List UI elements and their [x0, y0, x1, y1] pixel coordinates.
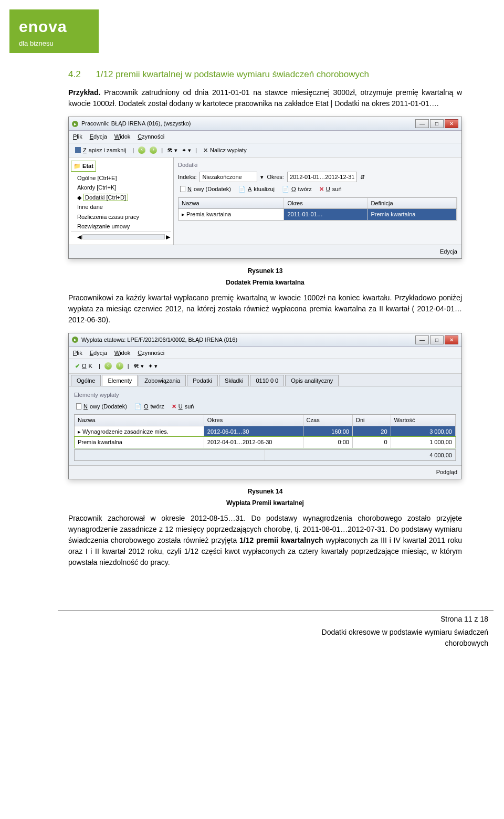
- tree-root-etat[interactable]: 📁 Etat: [71, 161, 96, 172]
- table-row[interactable]: ▸ Premia kwartalna 2011-01-01… Premia kw…: [178, 209, 457, 220]
- window-titlebar-2: ▸ Wypłata etatowa: LPE/F/2012/06/1/0002,…: [69, 333, 461, 347]
- aktualizuj-button[interactable]: 📄 Aktualizuj: [236, 184, 277, 194]
- tab-elementy[interactable]: Elementy: [102, 375, 138, 386]
- doc-icon: [180, 186, 185, 192]
- tree-item-inne[interactable]: Inne dane: [71, 202, 171, 212]
- heading-number: 4.2: [68, 69, 81, 79]
- nav-fwd-icon[interactable]: ›: [116, 362, 123, 370]
- elementy-table: Nazwa Okres Czas Dni Wartość ▸ Wynagrodz…: [74, 414, 456, 448]
- figure-13-caption: Rysunek 13: [68, 266, 462, 276]
- paragraph-1: Przykład. Pracownik zatrudniony od dnia …: [68, 87, 462, 109]
- maximize-button[interactable]: □: [430, 119, 444, 128]
- close-button[interactable]: ✕: [445, 335, 458, 344]
- page-footer: Strona 11 z 18 Dodatki okresowe w podsta…: [0, 614, 504, 659]
- indeks-select[interactable]: Niezakończone: [200, 172, 257, 183]
- tool-hammer-icon[interactable]: 🛠 ▾: [133, 362, 144, 371]
- heading-title: 1/12 premii kwartalnej w podstawie wymia…: [96, 69, 369, 79]
- col-czas[interactable]: Czas: [303, 415, 353, 426]
- app-icon: ▸: [72, 337, 78, 343]
- tree-item-rozwiazanie[interactable]: Rozwiązanie umowy: [71, 222, 171, 232]
- otworz-button[interactable]: 📄 Otwórz: [132, 402, 166, 412]
- nav-back-icon[interactable]: ‹: [138, 146, 145, 154]
- brand-name: enova: [19, 18, 67, 35]
- window-titlebar: ▸ Pracownik: BŁĄD IRENA (016), (wszystko…: [69, 117, 461, 131]
- window-wyplata: ▸ Wypłata etatowa: LPE/F/2012/06/1/0002,…: [68, 333, 462, 479]
- menubar-2: Plik Edycja Widok Czynności: [69, 347, 461, 360]
- tool-hammer-icon[interactable]: 🛠 ▾: [167, 146, 177, 155]
- nav-back-icon[interactable]: ‹: [104, 362, 112, 370]
- delete-icon: ✕: [172, 402, 176, 411]
- menu-plik[interactable]: Plik: [73, 132, 82, 141]
- menu-widok[interactable]: Widok: [114, 349, 131, 358]
- paragraph-1-text: Pracownik zatrudniony od dnia 2011-01-01…: [68, 88, 462, 108]
- usun-button[interactable]: ✕ Usuń: [170, 402, 196, 412]
- menu-czynnosci[interactable]: Czynności: [138, 349, 164, 358]
- window-title-2: Wypłata etatowa: LPE/F/2012/06/1/0002, B…: [81, 335, 237, 344]
- ok-button[interactable]: ✔ OK: [73, 361, 94, 371]
- tab-ogolne[interactable]: Ogólne: [71, 375, 101, 386]
- window-pracownik: ▸ Pracownik: BŁĄD IRENA (016), (wszystko…: [68, 117, 462, 259]
- tab-zobowiazania[interactable]: Zobowiązania: [139, 375, 186, 386]
- otworz-button[interactable]: 📄 Otwórz: [280, 184, 314, 194]
- disk-icon: [75, 147, 81, 153]
- tab-0110[interactable]: 0110 0 0: [250, 375, 284, 386]
- col-dni[interactable]: Dni: [353, 415, 391, 426]
- nalicz-button[interactable]: ✕ Nalicz wypłaty: [201, 145, 249, 155]
- brand-logo: enova dla biznesu: [9, 9, 99, 53]
- dodatki-table: Nazwa Okres Definicja ▸ Premia kwartalna…: [178, 197, 457, 220]
- nav-tree: 📁 Etat Ogólne [Ctrl+E] Akordy [Ctrl+K] ◆…: [69, 158, 174, 245]
- menu-widok[interactable]: Widok: [114, 132, 131, 141]
- usun-button[interactable]: ✕ Usuń: [317, 184, 344, 194]
- col-nazwa[interactable]: Nazwa: [75, 415, 204, 426]
- tool-star-icon[interactable]: ✦ ▾: [182, 146, 191, 155]
- menu-czynnosci[interactable]: Czynności: [138, 132, 164, 141]
- save-close-button[interactable]: Zapisz i zamknij: [73, 145, 128, 155]
- tool-star-icon[interactable]: ✦ ▾: [148, 362, 158, 371]
- figure-14-sub: Wypłata Premii kwartalnej: [68, 498, 462, 508]
- menu-edycja[interactable]: Edycja: [90, 132, 107, 141]
- app-icon: ▸: [72, 121, 78, 127]
- statusbar-2: Podgląd: [69, 465, 461, 479]
- figure-14-caption: Rysunek 14: [68, 487, 462, 496]
- total-value: 4 000,00: [265, 450, 456, 461]
- panel-label-dodatki: Dodatki: [178, 161, 457, 170]
- nowy-button[interactable]: Nowy (Dodatek): [74, 402, 129, 412]
- close-button[interactable]: ✕: [445, 119, 458, 128]
- menu-edycja[interactable]: Edycja: [90, 349, 107, 358]
- footer-divider: [58, 610, 494, 611]
- tree-item-rozliczenia[interactable]: Rozliczenia czasu pracy: [71, 212, 171, 222]
- col-nazwa[interactable]: Nazwa: [178, 198, 284, 209]
- figure-13-sub: Dodatek Premia kwartalna: [68, 278, 462, 287]
- okres-input[interactable]: 2012-01-01…2012-12-31: [287, 172, 358, 183]
- tree-scrollbar[interactable]: ◀▶: [71, 232, 171, 242]
- tab-opis[interactable]: Opis analityczny: [285, 375, 339, 386]
- maximize-button[interactable]: □: [430, 335, 444, 344]
- minimize-button[interactable]: —: [415, 335, 429, 344]
- tab-podatki[interactable]: Podatki: [187, 375, 218, 386]
- paragraph-2: Pracownikowi za każdy kwartał wypłacano …: [68, 292, 462, 326]
- tree-item-ogolne[interactable]: Ogólne [Ctrl+E]: [71, 173, 171, 183]
- okres-spinner[interactable]: ⇵: [360, 173, 365, 182]
- table-row[interactable]: ▸ Wynagrodzenie zasadnicze mies. 2012-06…: [75, 426, 456, 437]
- menu-plik[interactable]: Plik: [73, 349, 82, 358]
- section-elementy: Elementy wypłaty: [74, 391, 456, 400]
- col-wartosc[interactable]: Wartość: [391, 415, 456, 426]
- indeks-label: Indeks:: [178, 173, 196, 182]
- col-okres[interactable]: Okres: [204, 415, 303, 426]
- table-row[interactable]: Premia kwartalna 2012-04-01…2012-06-30 0…: [75, 437, 456, 448]
- menubar: Plik Edycja Widok Czynności: [69, 131, 461, 143]
- col-definicja[interactable]: Definicja: [368, 198, 457, 209]
- col-okres[interactable]: Okres: [284, 198, 368, 209]
- footer-title-1: Dodatki okresowe w podstawie wymiaru świ…: [0, 627, 488, 638]
- nav-fwd-icon[interactable]: ›: [150, 146, 157, 154]
- tree-item-dodatki[interactable]: ◆ Dodatki [Ctrl+D]: [71, 193, 171, 203]
- nowy-button[interactable]: Nowy (Dodatek): [178, 184, 233, 194]
- toolbar-2: ✔ OK | ‹ › | 🛠 ▾ ✦ ▾: [69, 359, 461, 374]
- tree-item-akordy[interactable]: Akordy [Ctrl+K]: [71, 183, 171, 193]
- section-heading: 4.2 1/12 premii kwartalnej w podstawie w…: [68, 68, 462, 81]
- window-title: Pracownik: BŁĄD IRENA (016), (wszystko): [81, 119, 191, 128]
- tab-skladki[interactable]: Składki: [219, 375, 249, 386]
- paragraph-3: Pracownik zachorował w okresie 2012-08-1…: [68, 513, 462, 568]
- minimize-button[interactable]: —: [415, 119, 429, 128]
- brand-sub: dla biznesu: [19, 39, 54, 47]
